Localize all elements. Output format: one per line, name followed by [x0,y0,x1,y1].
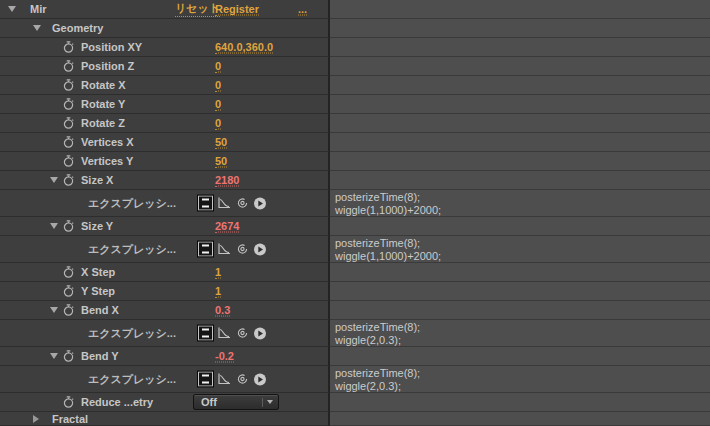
bend-x-value[interactable]: 0.3 [215,304,230,317]
pick-whip-icon[interactable] [235,372,249,386]
row-left-cell: Bend X0.3 [0,301,330,320]
pick-whip-icon[interactable] [235,326,249,340]
expression-enabled-icon[interactable] [198,372,213,387]
expression-language-menu-icon[interactable] [253,196,267,210]
bend-y-value[interactable]: -0.2 [215,350,234,363]
expression-text-line[interactable]: posterizeTime(8); [335,367,710,380]
row-right-cell [330,0,710,19]
x-step-label: X Step [81,266,115,278]
stopwatch-icon[interactable] [62,266,75,279]
y-step-value[interactable]: 1 [215,285,221,298]
row-left-cell: Size X2180 [0,171,330,190]
y-step-row: Y Step1 [0,282,710,301]
geometry-group-label: Geometry [52,22,103,34]
post-expression-graph-icon[interactable] [217,326,231,340]
mir-effect-row: MirリセットRegister... [0,0,710,19]
reduce-geometry-label: Reduce ...etry [81,396,153,408]
disclosure-triangle-icon[interactable] [50,177,58,183]
rotate-y-label: Rotate Y [81,98,125,110]
row-right-cell: posterizeTime(8);wiggle(1,1000)+2000; [330,236,710,263]
row-right-cell [330,412,710,426]
disclosure-triangle-icon[interactable] [50,307,58,313]
expression-enabled-icon[interactable] [198,196,213,211]
row-right-cell [330,152,710,171]
chevron-down-icon [267,400,273,404]
rotate-y-value[interactable]: 0 [215,98,221,111]
position-xy-row: Position XY640.0,360.0 [0,38,710,57]
pick-whip-icon[interactable] [235,196,249,210]
row-right-cell [330,282,710,301]
register-link[interactable]: Register [215,3,259,16]
bend-x-expression-row: エクスプレッシ...posterizeTime(8);wiggle(2,0.3)… [0,320,710,347]
options-link[interactable]: ... [298,3,307,16]
post-expression-graph-icon[interactable] [217,196,231,210]
rotate-x-value[interactable]: 0 [215,79,221,92]
expression-text-line[interactable]: posterizeTime(8); [335,237,710,250]
x-step-value[interactable]: 1 [215,266,221,279]
expression-text-line[interactable]: posterizeTime(8); [335,191,710,204]
row-left-cell: Vertices X50 [0,133,330,152]
position-xy-value[interactable]: 640.0,360.0 [215,41,273,54]
row-right-cell [330,171,710,190]
row-right-cell [330,263,710,282]
stopwatch-icon[interactable] [62,220,75,233]
reduce-geometry-dropdown[interactable]: Off [193,394,279,410]
vertices-y-value[interactable]: 50 [215,155,227,168]
expression-text-line[interactable]: wiggle(2,0.3); [335,380,710,393]
expression-language-menu-icon[interactable] [253,242,267,256]
stopwatch-icon[interactable] [62,79,75,92]
row-left-cell: エクスプレッシ... [0,190,330,217]
row-right-cell [330,301,710,320]
disclosure-triangle-icon[interactable] [50,353,58,359]
effect-controls-panel: MirリセットRegister...GeometryPosition XY640… [0,0,710,426]
rotate-z-value[interactable]: 0 [215,117,221,130]
rotate-x-row: Rotate X0 [0,76,710,95]
expression-language-menu-icon[interactable] [253,372,267,386]
reset-link[interactable]: リセット [175,1,220,17]
stopwatch-icon[interactable] [62,41,75,54]
pick-whip-icon[interactable] [235,242,249,256]
geometry-group-row: Geometry [0,19,710,38]
stopwatch-icon[interactable] [62,60,75,73]
rotate-y-row: Rotate Y0 [0,95,710,114]
expression-controls [198,372,267,387]
row-right-cell [330,217,710,236]
position-z-value[interactable]: 0 [215,60,221,73]
size-x-value[interactable]: 2180 [215,174,239,187]
stopwatch-icon[interactable] [62,155,75,168]
stopwatch-icon[interactable] [62,136,75,149]
disclosure-triangle-icon[interactable] [33,25,41,31]
stopwatch-icon[interactable] [62,396,75,409]
row-right-cell: posterizeTime(8);wiggle(2,0.3); [330,366,710,393]
expression-language-menu-icon[interactable] [253,326,267,340]
expression-enabled-icon[interactable] [198,326,213,341]
disclosure-triangle-icon[interactable] [8,6,16,12]
fractal-group-label: Fractal [52,413,88,425]
disclosure-triangle-icon[interactable] [33,415,39,423]
expression-text-line[interactable]: wiggle(1,1000)+2000; [335,250,710,263]
post-expression-graph-icon[interactable] [217,372,231,386]
bend-x-row: Bend X0.3 [0,301,710,320]
vertices-x-value[interactable]: 50 [215,136,227,149]
expression-enabled-icon[interactable] [198,242,213,257]
stopwatch-icon[interactable] [62,98,75,111]
stopwatch-icon[interactable] [62,174,75,187]
post-expression-graph-icon[interactable] [217,242,231,256]
row-right-cell [330,114,710,133]
row-left-cell: エクスプレッシ... [0,366,330,393]
bend-y-expression-label: エクスプレッシ... [88,372,176,387]
expression-text-line[interactable]: wiggle(2,0.3); [335,334,710,347]
size-y-value[interactable]: 2674 [215,220,239,233]
expression-text-line[interactable]: wiggle(1,1000)+2000; [335,204,710,217]
stopwatch-icon[interactable] [62,350,75,363]
row-left-cell: Vertices Y50 [0,152,330,171]
reduce-geometry-selected-value: Off [194,396,262,408]
stopwatch-icon[interactable] [62,117,75,130]
disclosure-triangle-icon[interactable] [50,223,58,229]
size-x-label: Size X [81,174,113,186]
rotate-z-label: Rotate Z [81,117,125,129]
size-y-expression-row: エクスプレッシ...posterizeTime(8);wiggle(1,1000… [0,236,710,263]
stopwatch-icon[interactable] [62,304,75,317]
stopwatch-icon[interactable] [62,285,75,298]
expression-text-line[interactable]: posterizeTime(8); [335,321,710,334]
